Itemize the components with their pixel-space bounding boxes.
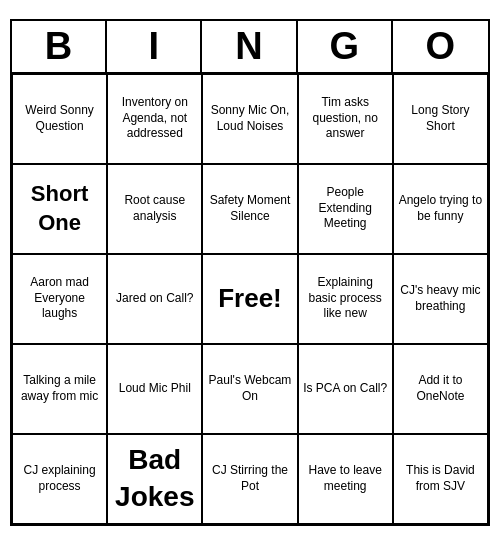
bingo-cell-8[interactable]: People Extending Meeting (298, 164, 393, 254)
bingo-grid: Weird Sonny QuestionInventory on Agenda,… (12, 74, 488, 524)
bingo-cell-16[interactable]: Loud Mic Phil (107, 344, 202, 434)
bingo-cell-14[interactable]: CJ's heavy mic breathing (393, 254, 488, 344)
bingo-cell-12[interactable]: Free! (202, 254, 297, 344)
bingo-cell-17[interactable]: Paul's Webcam On (202, 344, 297, 434)
bingo-cell-23[interactable]: Have to leave meeting (298, 434, 393, 524)
bingo-cell-21[interactable]: Bad Jokes (107, 434, 202, 524)
header-letter: B (12, 21, 107, 72)
header-letter: N (202, 21, 297, 72)
header-letter: O (393, 21, 488, 72)
bingo-header: BINGO (12, 21, 488, 74)
bingo-cell-7[interactable]: Safety Moment Silence (202, 164, 297, 254)
bingo-cell-5[interactable]: Short One (12, 164, 107, 254)
bingo-cell-3[interactable]: Tim asks question, no answer (298, 74, 393, 164)
bingo-cell-20[interactable]: CJ explaining process (12, 434, 107, 524)
bingo-cell-1[interactable]: Inventory on Agenda, not addressed (107, 74, 202, 164)
bingo-cell-18[interactable]: Is PCA on Call? (298, 344, 393, 434)
bingo-cell-11[interactable]: Jared on Call? (107, 254, 202, 344)
bingo-cell-15[interactable]: Talking a mile away from mic (12, 344, 107, 434)
header-letter: I (107, 21, 202, 72)
bingo-cell-2[interactable]: Sonny Mic On, Loud Noises (202, 74, 297, 164)
bingo-cell-10[interactable]: Aaron mad Everyone laughs (12, 254, 107, 344)
bingo-cell-19[interactable]: Add it to OneNote (393, 344, 488, 434)
bingo-cell-4[interactable]: Long Story Short (393, 74, 488, 164)
bingo-cell-13[interactable]: Explaining basic process like new (298, 254, 393, 344)
bingo-cell-6[interactable]: Root cause analysis (107, 164, 202, 254)
bingo-cell-0[interactable]: Weird Sonny Question (12, 74, 107, 164)
bingo-cell-9[interactable]: Angelo trying to be funny (393, 164, 488, 254)
bingo-cell-24[interactable]: This is David from SJV (393, 434, 488, 524)
bingo-cell-22[interactable]: CJ Stirring the Pot (202, 434, 297, 524)
header-letter: G (298, 21, 393, 72)
bingo-card: BINGO Weird Sonny QuestionInventory on A… (10, 19, 490, 526)
